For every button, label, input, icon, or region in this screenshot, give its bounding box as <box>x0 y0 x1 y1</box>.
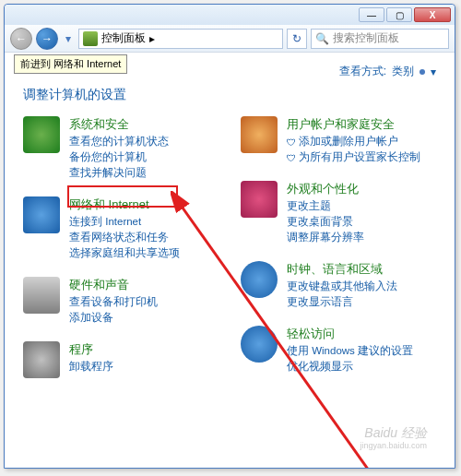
category-link[interactable]: 查看设备和打印机 <box>69 295 158 309</box>
refresh-button[interactable]: ↻ <box>287 29 307 49</box>
link-text: 使用 Windows 建议的设置 <box>287 344 413 358</box>
category-link[interactable]: 更改桌面背景 <box>287 215 364 229</box>
category-link[interactable]: 优化视频显示 <box>287 360 413 374</box>
category-right-2: 时钟、语言和区域更改键盘或其他输入法更改显示语言 <box>241 261 436 309</box>
page-title: 调整计算机的设置 <box>23 87 436 103</box>
view-value[interactable]: 类别 <box>392 64 414 79</box>
category-link[interactable]: 使用 Windows 建议的设置 <box>287 344 413 358</box>
category-link[interactable]: 卸载程序 <box>69 360 113 374</box>
minimize-button[interactable]: — <box>359 7 384 22</box>
search-icon: 🔍 <box>315 32 329 45</box>
back-button[interactable]: ← <box>10 28 32 50</box>
link-text: 卸载程序 <box>69 360 113 374</box>
view-dropdown-arrow[interactable]: ▾ <box>431 65 436 78</box>
maximize-button[interactable]: ▢ <box>386 7 412 22</box>
content-area: 查看方式: 类别 ▾ 调整计算机的设置 系统和安全查看您的计算机状态备份您的计算… <box>5 53 455 468</box>
link-text: 为所有用户设置家长控制 <box>299 150 420 164</box>
link-text: 选择家庭组和共享选项 <box>69 246 180 260</box>
category-body: 系统和安全查看您的计算机状态备份您的计算机查找并解决问题 <box>69 116 169 180</box>
category-title[interactable]: 网络和 Internet <box>69 196 180 213</box>
category-link[interactable]: 添加或删除用户帐户 <box>287 135 420 149</box>
view-label: 查看方式: <box>339 64 386 79</box>
category-title[interactable]: 时钟、语言和区域 <box>287 261 397 278</box>
close-button[interactable]: X <box>414 7 451 22</box>
link-text: 更改主题 <box>287 199 331 213</box>
ic-clock-icon <box>241 261 278 298</box>
breadcrumb-arrow[interactable]: ▸ <box>149 32 155 45</box>
forward-button[interactable]: → <box>36 28 58 50</box>
category-link[interactable]: 备份您的计算机 <box>69 150 169 164</box>
nav-history-dropdown[interactable]: ▾ <box>62 28 75 50</box>
category-left-2: 硬件和声音查看设备和打印机添加设备 <box>23 277 219 325</box>
shield-icon <box>287 152 296 163</box>
navigation-bar: ← → ▾ 控制面板 ▸ ↻ 🔍 搜索控制面板 <box>5 25 455 53</box>
link-text: 查看您的计算机状态 <box>69 135 169 149</box>
link-text: 更改显示语言 <box>287 295 353 309</box>
link-text: 查看设备和打印机 <box>69 295 158 309</box>
category-body: 时钟、语言和区域更改键盘或其他输入法更改显示语言 <box>287 261 397 309</box>
forward-tooltip: 前进到 网络和 Internet <box>14 54 127 74</box>
breadcrumb-item[interactable]: 控制面板 <box>101 30 146 46</box>
link-text: 连接到 Internet <box>69 215 141 229</box>
category-title[interactable]: 外观和个性化 <box>287 181 364 197</box>
link-text: 查找并解决问题 <box>69 166 147 180</box>
ic-hw-icon <box>23 277 60 314</box>
category-link[interactable]: 连接到 Internet <box>69 215 180 229</box>
right-column: 用户帐户和家庭安全添加或删除用户帐户为所有用户设置家长控制外观和个性化更改主题更… <box>241 116 436 378</box>
category-body: 硬件和声音查看设备和打印机添加设备 <box>69 277 158 325</box>
link-text: 调整屏幕分辨率 <box>287 231 364 244</box>
shield-icon <box>287 137 296 148</box>
link-text: 添加或删除用户帐户 <box>299 135 398 149</box>
category-link[interactable]: 更改主题 <box>287 199 364 213</box>
category-body: 用户帐户和家庭安全添加或删除用户帐户为所有用户设置家长控制 <box>287 116 420 164</box>
category-right-3: 轻松访问使用 Windows 建议的设置优化视频显示 <box>241 326 436 374</box>
link-text: 添加设备 <box>69 311 113 325</box>
category-title[interactable]: 轻松访问 <box>287 326 413 342</box>
ic-appear-icon <box>241 181 278 218</box>
category-right-0: 用户帐户和家庭安全添加或删除用户帐户为所有用户设置家长控制 <box>241 116 436 164</box>
ic-prog-icon <box>23 341 60 378</box>
category-link[interactable]: 调整屏幕分辨率 <box>287 231 364 244</box>
category-grid: 系统和安全查看您的计算机状态备份您的计算机查找并解决问题网络和 Internet… <box>23 116 436 378</box>
link-text: 查看网络状态和任务 <box>69 231 169 244</box>
control-panel-window: — ▢ X ← → ▾ 控制面板 ▸ ↻ 🔍 搜索控制面板 前进到 网络和 In… <box>4 4 455 469</box>
category-right-1: 外观和个性化更改主题更改桌面背景调整屏幕分辨率 <box>241 181 436 244</box>
ic-net-icon <box>23 196 60 233</box>
category-link[interactable]: 查看您的计算机状态 <box>69 135 169 149</box>
address-breadcrumb[interactable]: 控制面板 ▸ <box>78 29 283 49</box>
category-title[interactable]: 系统和安全 <box>69 116 169 133</box>
category-link[interactable]: 查看网络状态和任务 <box>69 231 180 244</box>
search-input[interactable]: 🔍 搜索控制面板 <box>311 29 449 49</box>
control-panel-icon <box>83 31 98 46</box>
link-text: 更改键盘或其他输入法 <box>287 280 397 293</box>
category-body: 轻松访问使用 Windows 建议的设置优化视频显示 <box>287 326 413 374</box>
category-body: 程序卸载程序 <box>69 341 113 374</box>
category-title[interactable]: 用户帐户和家庭安全 <box>287 116 420 133</box>
link-text: 备份您的计算机 <box>69 150 147 164</box>
search-placeholder: 搜索控制面板 <box>333 30 399 46</box>
left-column: 系统和安全查看您的计算机状态备份您的计算机查找并解决问题网络和 Internet… <box>23 116 219 378</box>
link-text: 优化视频显示 <box>287 360 353 374</box>
category-link[interactable]: 更改键盘或其他输入法 <box>287 280 397 293</box>
category-body: 网络和 Internet连接到 Internet查看网络状态和任务选择家庭组和共… <box>69 196 180 260</box>
ic-user-icon <box>241 116 278 153</box>
category-left-1: 网络和 Internet连接到 Internet查看网络状态和任务选择家庭组和共… <box>23 196 219 260</box>
category-link[interactable]: 为所有用户设置家长控制 <box>287 150 420 164</box>
category-body: 外观和个性化更改主题更改桌面背景调整屏幕分辨率 <box>287 181 364 244</box>
category-left-0: 系统和安全查看您的计算机状态备份您的计算机查找并解决问题 <box>23 116 219 180</box>
titlebar: — ▢ X <box>5 5 455 25</box>
category-link[interactable]: 添加设备 <box>69 311 158 325</box>
ic-sec-icon <box>23 116 60 153</box>
bullet-icon <box>420 69 425 75</box>
ic-ease-icon <box>241 326 278 363</box>
category-left-3: 程序卸载程序 <box>23 341 219 378</box>
link-text: 更改桌面背景 <box>287 215 353 229</box>
category-title[interactable]: 硬件和声音 <box>69 277 158 293</box>
category-title[interactable]: 程序 <box>69 341 113 358</box>
category-link[interactable]: 查找并解决问题 <box>69 166 169 180</box>
category-link[interactable]: 选择家庭组和共享选项 <box>69 246 180 260</box>
category-link[interactable]: 更改显示语言 <box>287 295 397 309</box>
